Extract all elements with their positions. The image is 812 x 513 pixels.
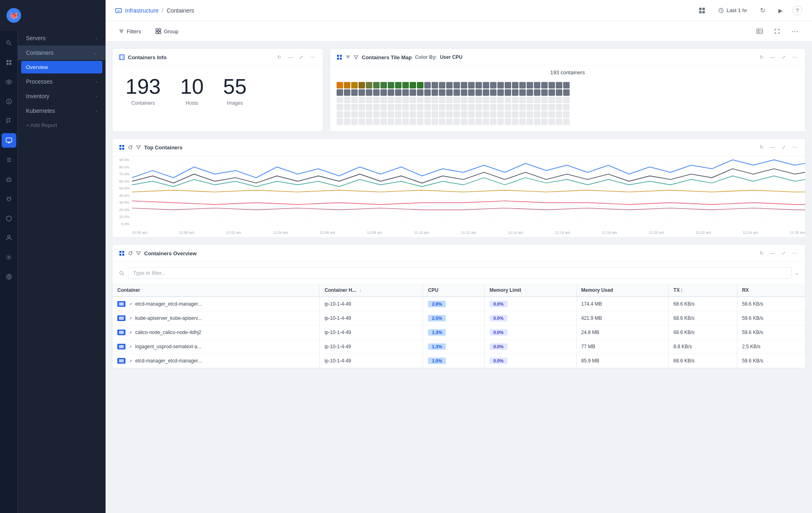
tile-cell[interactable] (490, 104, 497, 110)
tile-cell[interactable] (446, 89, 453, 96)
nav-item-servers[interactable]: Servers › (18, 31, 106, 45)
tile-cell[interactable] (468, 82, 475, 88)
refresh-button[interactable]: ↻ (757, 5, 769, 16)
tile-cell[interactable] (358, 89, 365, 96)
tile-cell[interactable] (490, 119, 497, 125)
tile-cell[interactable] (439, 119, 445, 125)
tile-cell[interactable] (490, 82, 497, 88)
tile-cell[interactable] (446, 82, 453, 88)
tile-cell[interactable] (410, 119, 416, 125)
tile-cell[interactable] (556, 89, 562, 96)
tile-cell[interactable] (337, 104, 343, 110)
tile-cell[interactable] (505, 89, 511, 96)
tile-cell[interactable] (395, 119, 402, 125)
tile-cell[interactable] (402, 104, 409, 110)
tile-cell[interactable] (468, 111, 475, 118)
tile-cell[interactable] (380, 82, 387, 88)
tile-cell[interactable] (373, 119, 380, 125)
external-link-icon[interactable]: ↗ (129, 359, 132, 363)
tile-cell[interactable] (534, 97, 540, 103)
tile-cell[interactable] (527, 111, 533, 118)
external-link-icon[interactable]: ↗ (129, 345, 132, 349)
tile-cell[interactable] (446, 119, 453, 125)
tile-cell[interactable] (563, 111, 570, 118)
tile-cell[interactable] (446, 104, 453, 110)
tile-cell[interactable] (388, 82, 394, 88)
tile-cell[interactable] (395, 111, 402, 118)
sidebar-icon-eye[interactable] (2, 75, 16, 89)
tile-cell[interactable] (563, 82, 570, 88)
sidebar-icon-flag[interactable] (2, 114, 16, 128)
more-options-button[interactable]: ⋯ (788, 25, 802, 37)
tile-cell[interactable] (417, 97, 423, 103)
tile-cell[interactable] (410, 89, 416, 96)
tile-cell[interactable] (483, 104, 489, 110)
tile-cell[interactable] (505, 104, 511, 110)
tile-cell[interactable] (432, 119, 438, 125)
tile-cell[interactable] (424, 97, 431, 103)
sidebar-icon-globe[interactable] (2, 269, 16, 284)
tile-cell[interactable] (519, 97, 526, 103)
tile-cell[interactable] (432, 111, 438, 118)
tile-cell[interactable] (512, 97, 518, 103)
expand-tile-icon[interactable]: ⤢ (780, 54, 787, 61)
tile-cell[interactable] (505, 119, 511, 125)
tile-cell[interactable] (366, 82, 372, 88)
tile-cell[interactable] (432, 89, 438, 96)
external-link-icon[interactable]: ↗ (129, 330, 132, 335)
tile-cell[interactable] (483, 119, 489, 125)
tile-cell[interactable] (454, 119, 460, 125)
tile-cell[interactable] (475, 82, 482, 88)
nav-item-inventory[interactable]: Inventory › (18, 89, 106, 103)
tile-cell[interactable] (549, 111, 555, 118)
nav-item-processes[interactable]: Processes › (18, 74, 106, 89)
tile-cell[interactable] (549, 97, 555, 103)
tile-cell[interactable] (512, 104, 518, 110)
tile-cell[interactable] (344, 119, 350, 125)
tile-cell[interactable] (439, 82, 445, 88)
tile-cell[interactable] (497, 89, 504, 96)
nav-sub-item-overview[interactable]: Overview (21, 61, 102, 73)
tile-cell[interactable] (344, 104, 350, 110)
tile-cell[interactable] (527, 104, 533, 110)
tile-cell[interactable] (358, 82, 365, 88)
tile-cell[interactable] (534, 82, 540, 88)
tile-cell[interactable] (483, 82, 489, 88)
tile-cell[interactable] (563, 89, 570, 96)
tile-cell[interactable] (417, 119, 423, 125)
tile-cell[interactable] (461, 111, 467, 118)
tile-cell[interactable] (358, 104, 365, 110)
minimize-tile-icon[interactable]: — (769, 54, 777, 61)
tile-cell[interactable] (380, 111, 387, 118)
tile-cell[interactable] (351, 89, 358, 96)
tile-cell[interactable] (468, 97, 475, 103)
tile-cell[interactable] (337, 119, 343, 125)
tile-cell[interactable] (439, 111, 445, 118)
tile-cell[interactable] (512, 82, 518, 88)
tile-cell[interactable] (410, 82, 416, 88)
breadcrumb-link[interactable]: Infrastructure (125, 7, 158, 14)
tile-cell[interactable] (541, 97, 548, 103)
tile-cell[interactable] (351, 97, 358, 103)
tile-cell[interactable] (373, 97, 380, 103)
tile-cell[interactable] (461, 104, 467, 110)
tile-cell[interactable] (475, 119, 482, 125)
sidebar-icon-search[interactable] (2, 36, 16, 50)
tile-cell[interactable] (373, 111, 380, 118)
tile-cell[interactable] (366, 89, 372, 96)
tile-cell[interactable] (424, 111, 431, 118)
tile-cell[interactable] (417, 82, 423, 88)
tile-cell[interactable] (549, 82, 555, 88)
tile-cell[interactable] (512, 89, 518, 96)
tile-cell[interactable] (424, 89, 431, 96)
time-range-button[interactable]: Last 1 hr (715, 6, 750, 15)
tile-cell[interactable] (534, 104, 540, 110)
tile-cell[interactable] (556, 119, 562, 125)
tile-cell[interactable] (373, 104, 380, 110)
tile-cell[interactable] (395, 82, 402, 88)
tile-cell[interactable] (490, 111, 497, 118)
nav-item-kubernetes[interactable]: Kubernetes › (18, 103, 106, 118)
filter-dropdown-icon[interactable]: ⌄ (795, 270, 799, 276)
tile-cell[interactable] (505, 97, 511, 103)
tile-cell[interactable] (424, 104, 431, 110)
